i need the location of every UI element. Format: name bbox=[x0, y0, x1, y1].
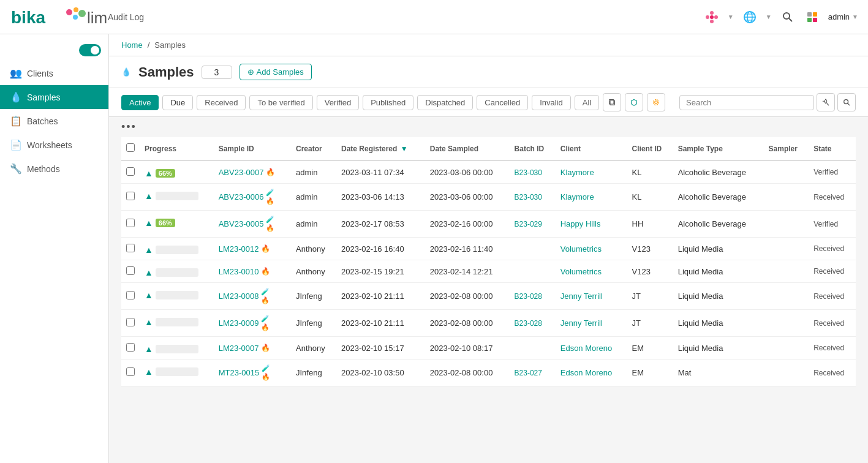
client-cell: Jenny Terrill bbox=[556, 310, 627, 337]
audit-log-link[interactable]: Audit Log bbox=[108, 12, 144, 22]
sampler-cell bbox=[764, 160, 809, 184]
row-checkbox-7[interactable] bbox=[126, 343, 135, 352]
date-registered-cell: 2023-02-17 08:53 bbox=[336, 211, 425, 238]
filter-cancelled-button[interactable]: Cancelled bbox=[477, 95, 528, 110]
flower-dropdown-arrow[interactable]: ▼ bbox=[728, 13, 734, 20]
client-link[interactable]: Edson Moreno bbox=[560, 344, 613, 353]
sampler-cell bbox=[764, 211, 809, 238]
select-all-checkbox[interactable] bbox=[126, 143, 135, 152]
batch-id-link[interactable]: B23-028 bbox=[515, 292, 542, 301]
date-registered-cell: 2023-02-10 15:17 bbox=[336, 337, 425, 359]
sample-id-link[interactable]: ABV23-0007 bbox=[219, 168, 264, 177]
batch-id-link[interactable]: B23-029 bbox=[515, 220, 542, 228]
client-link[interactable]: Happy Hills bbox=[560, 219, 601, 228]
sidebar-item-batches[interactable]: 📋 Batches bbox=[0, 109, 108, 133]
col-header-date-registered[interactable]: Date Registered ▼ bbox=[336, 137, 425, 160]
sample-type-cell: Alcoholic Beverage bbox=[673, 211, 764, 238]
shield-icon[interactable] bbox=[625, 93, 643, 111]
row-checkbox-0[interactable] bbox=[126, 167, 135, 176]
breadcrumb-home[interactable]: Home bbox=[121, 40, 143, 50]
row-checkbox-1[interactable] bbox=[126, 192, 135, 200]
count-input[interactable] bbox=[202, 66, 232, 79]
client-link[interactable]: Volumetrics bbox=[560, 244, 602, 254]
filter-invalid-button[interactable]: Invalid bbox=[532, 95, 571, 110]
row-checkbox-2[interactable] bbox=[126, 219, 135, 227]
filter-to-be-verified-button[interactable]: To be verified bbox=[249, 95, 312, 110]
more-options-icon[interactable]: ••• bbox=[121, 121, 137, 134]
filter-published-button[interactable]: Published bbox=[363, 95, 413, 110]
filter-verified-button[interactable]: Verified bbox=[317, 95, 359, 110]
filter-active-button[interactable]: Active bbox=[121, 95, 159, 110]
globe-dropdown-arrow[interactable]: ▼ bbox=[766, 13, 772, 20]
expand-icon[interactable]: ▲ bbox=[145, 168, 153, 178]
settings-icon[interactable] bbox=[647, 93, 665, 111]
batch-id-link[interactable]: B23-027 bbox=[515, 369, 542, 377]
sidebar-toggle-button[interactable] bbox=[79, 44, 101, 56]
client-id-cell: KL bbox=[627, 184, 673, 211]
sidebar-item-methods[interactable]: 🔧 Methods bbox=[0, 157, 108, 181]
search-input[interactable] bbox=[679, 95, 814, 110]
sample-id-link[interactable]: ABV23-0006 bbox=[219, 192, 264, 201]
client-link[interactable]: Jenny Terrill bbox=[560, 318, 603, 328]
search-submit-icon[interactable] bbox=[837, 93, 856, 111]
row-checkbox-4[interactable] bbox=[126, 266, 135, 275]
table-row: ▲LM23-0008🧪🔥JInfeng2023-02-10 21:112023-… bbox=[121, 283, 856, 310]
add-samples-button[interactable]: ⊕ Add Samples bbox=[240, 64, 312, 80]
filter-received-button[interactable]: Received bbox=[197, 95, 246, 110]
sample-id-link[interactable]: LM23-0008 bbox=[219, 292, 259, 301]
table-row: ▲LM23-0012🔥Anthony2023-02-16 16:402023-0… bbox=[121, 238, 856, 260]
expand-icon[interactable]: ▲ bbox=[145, 317, 153, 327]
globe-icon[interactable] bbox=[741, 9, 758, 26]
row-checkbox-3[interactable] bbox=[126, 244, 135, 252]
row-checkbox-6[interactable] bbox=[126, 318, 135, 326]
sample-id-link[interactable]: LM23-0012 bbox=[219, 244, 259, 254]
logo: bika lims bbox=[10, 5, 108, 29]
expand-icon[interactable]: ▲ bbox=[145, 245, 153, 255]
date-registered-cell: 2023-02-15 19:21 bbox=[336, 260, 425, 283]
col-header-sample-id[interactable]: Sample ID bbox=[214, 137, 291, 160]
sample-id-link[interactable]: ABV23-0005 bbox=[219, 219, 264, 228]
sample-id-link[interactable]: LM23-0009 bbox=[219, 318, 259, 328]
expand-icon[interactable]: ▲ bbox=[145, 344, 153, 354]
puzzle-icon[interactable] bbox=[804, 9, 821, 26]
sidebar-item-samples[interactable]: 💧 Samples bbox=[0, 85, 108, 109]
user-menu[interactable]: admin ▼ bbox=[828, 12, 858, 21]
filter-all-button[interactable]: All bbox=[575, 95, 599, 110]
expand-icon[interactable]: ▲ bbox=[145, 290, 153, 300]
expand-icon[interactable]: ▲ bbox=[145, 268, 153, 277]
flower-icon[interactable] bbox=[703, 9, 720, 26]
flame-icon: 🔥 bbox=[266, 168, 275, 176]
batch-id-link[interactable]: B23-030 bbox=[515, 193, 542, 201]
sample-id-cell: MT23-0015🧪🔥 bbox=[214, 359, 291, 386]
search-reset-icon[interactable] bbox=[817, 93, 835, 111]
creator-cell: JInfeng bbox=[291, 310, 336, 337]
client-link[interactable]: Klaymore bbox=[560, 168, 594, 177]
client-id-cell: V123 bbox=[627, 238, 673, 260]
date-registered-cell: 2023-03-11 07:34 bbox=[336, 160, 425, 184]
batch-id-link[interactable]: B23-028 bbox=[515, 319, 542, 328]
filter-due-button[interactable]: Due bbox=[162, 95, 193, 110]
sidebar-label-methods: Methods bbox=[27, 164, 60, 174]
sidebar-item-clients[interactable]: 👥 Clients bbox=[0, 61, 108, 85]
client-link[interactable]: Volumetrics bbox=[560, 267, 602, 276]
client-link[interactable]: Edson Moreno bbox=[560, 368, 613, 377]
sample-id-link[interactable]: MT23-0015 bbox=[219, 368, 259, 377]
col-header-client: Client bbox=[556, 137, 627, 160]
batch-id-link[interactable]: B23-030 bbox=[515, 168, 542, 177]
filter-dispatched-button[interactable]: Dispatched bbox=[417, 95, 473, 110]
client-link[interactable]: Jenny Terrill bbox=[560, 292, 603, 301]
expand-icon[interactable]: ▲ bbox=[145, 218, 153, 228]
sample-id-cell: ABV23-0005🧪🔥 bbox=[214, 211, 291, 238]
sample-id-link[interactable]: LM23-0007 bbox=[219, 344, 259, 353]
expand-icon[interactable]: ▲ bbox=[145, 191, 153, 201]
sidebar: 👥 Clients 💧 Samples 📋 Batches 📄 Workshee… bbox=[0, 34, 109, 463]
progress-cell: ▲ bbox=[140, 260, 214, 282]
expand-icon[interactable]: ▲ bbox=[145, 367, 153, 377]
client-link[interactable]: Klaymore bbox=[560, 192, 594, 201]
search-icon[interactable] bbox=[779, 9, 796, 26]
copy-icon[interactable] bbox=[603, 93, 621, 111]
row-checkbox-8[interactable] bbox=[126, 367, 135, 376]
sidebar-item-worksheets[interactable]: 📄 Worksheets bbox=[0, 133, 108, 157]
sample-id-link[interactable]: LM23-0010 bbox=[219, 267, 259, 276]
row-checkbox-5[interactable] bbox=[126, 291, 135, 299]
